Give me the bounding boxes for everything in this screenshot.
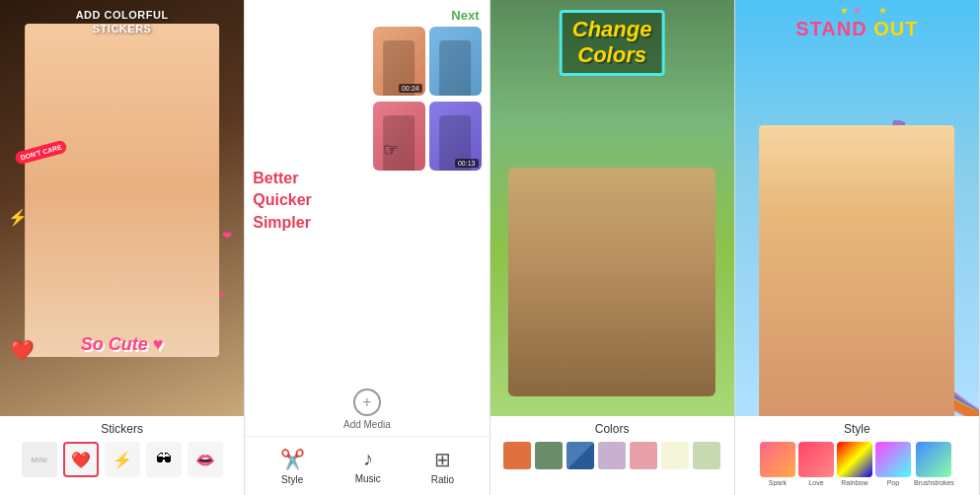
brushstrokes-label: Brushstrokes	[914, 479, 954, 486]
stars-row: ★ ★ ★ ★ ★	[735, 5, 979, 16]
love-label: Love	[808, 479, 823, 486]
edit-right-col: 00:24 ☞ 00:13	[373, 27, 482, 383]
style-tab-label: Style	[739, 422, 975, 436]
edit-thumb-1[interactable]: 00:24	[373, 27, 425, 96]
color-swatch-0[interactable]	[503, 442, 531, 469]
colors-tab-label: Colors	[494, 422, 730, 436]
color-swatch-1[interactable]	[535, 442, 563, 469]
heart-sticker-sm: ❤	[222, 229, 232, 243]
stickers-bottom: Stickers MINI ❤️ ⚡ 🕶 👄	[0, 416, 244, 495]
toolbar-ratio[interactable]: ⊞ Ratio	[431, 448, 454, 485]
star-4: ★	[866, 5, 874, 16]
music-label: Music	[355, 473, 381, 484]
pop-label: Pop	[887, 479, 899, 486]
toolbar-music[interactable]: ♪ Music	[355, 448, 381, 484]
tagline-line-1: Better	[253, 168, 366, 189]
edit-thumb-3[interactable]: ☞	[373, 102, 425, 171]
edit-thumb-4[interactable]: 00:13	[429, 102, 482, 171]
sticker-lips-thumb[interactable]: 👄	[188, 442, 223, 477]
tagline-line-2: Quicker	[253, 189, 366, 211]
love-swatch-img	[798, 442, 834, 477]
edit-panel: Next Better Quicker Simpler 00:24	[245, 0, 490, 495]
style-swatch-pop[interactable]: Pop	[875, 442, 911, 486]
spark-swatch-img	[760, 442, 795, 477]
thumb-2-silhouette	[439, 40, 471, 96]
tagline-line-3: Simpler	[253, 212, 366, 234]
rainbow-label: Rainbow	[841, 479, 867, 486]
brushstrokes-swatch-img	[916, 442, 951, 477]
edit-tagline: Better Quicker Simpler	[253, 168, 366, 234]
stand-out-overlay: ★ ★ ★ ★ ★ STAND OUT	[735, 5, 979, 40]
star-1: ★	[827, 5, 836, 16]
rainbow-swatch-img	[837, 442, 872, 477]
style-title: STAND OUT	[735, 18, 979, 40]
cursor-icon: ☞	[383, 139, 399, 161]
add-media-label: Add Media	[343, 419, 391, 430]
colors-bottom: Colors	[490, 416, 734, 495]
colors-swatches-row	[494, 442, 730, 469]
so-cute-sticker: So Cute ♥	[81, 334, 164, 355]
thumb-4-duration: 00:13	[455, 159, 479, 168]
color-swatch-4[interactable]	[630, 442, 657, 469]
stickers-screen: ADD COLORFUL STICKERS DON'T CARE ⚡ ❤️ ❤ …	[0, 0, 244, 416]
sticker-sunglasses-thumb[interactable]: 🕶	[146, 442, 182, 477]
pop-swatch-img	[875, 442, 911, 477]
star-3: ★	[853, 5, 862, 16]
colors-dog-photo	[508, 168, 716, 396]
next-button[interactable]: Next	[451, 8, 479, 23]
heart-sticker-sm2: ❤	[219, 291, 226, 300]
thumb-1-duration: 00:24	[399, 84, 422, 93]
stickers-tab-label: Stickers	[4, 422, 240, 436]
lightning-sticker: ⚡	[8, 208, 28, 227]
out-word: OUT	[873, 18, 918, 39]
ratio-icon: ⊞	[434, 448, 451, 471]
style-screen: ★ ★ ★ ★ ★ STAND OUT	[735, 0, 979, 416]
sticker-lightning-thumb[interactable]: ⚡	[105, 442, 140, 477]
add-media-icon: +	[353, 389, 381, 416]
style-swatch-brushstrokes[interactable]: Brushstrokes	[914, 442, 954, 486]
heart-sticker-big: ❤️	[10, 338, 35, 362]
stickers-row: MINI ❤️ ⚡ 🕶 👄	[4, 442, 240, 477]
style-bottom: Style Spark Love Rainbow Pop Brushstroke…	[735, 416, 979, 495]
colors-screen: Change Colors	[490, 0, 734, 416]
stickers-title: ADD COLORFUL STICKERS	[0, 8, 244, 36]
color-swatch-2[interactable]	[566, 442, 594, 469]
style-swatch-love[interactable]: Love	[798, 442, 834, 486]
style-icon: ✂️	[280, 448, 305, 471]
music-icon: ♪	[363, 448, 373, 470]
style-person-photo	[759, 125, 954, 416]
star-2: ★	[840, 5, 849, 16]
edit-left-col: Better Quicker Simpler	[253, 27, 366, 383]
toolbar-style[interactable]: ✂️ Style	[280, 448, 305, 485]
stickers-person-photo	[25, 24, 220, 357]
spark-label: Spark	[769, 479, 787, 486]
color-swatch-5[interactable]	[661, 442, 689, 469]
ratio-label: Ratio	[431, 474, 454, 485]
sticker-mini-label: MINI	[22, 442, 57, 477]
edit-thumb-2[interactable]	[429, 27, 482, 96]
edit-toolbar: ✂️ Style ♪ Music ⊞ Ratio	[245, 436, 489, 495]
edit-content: Better Quicker Simpler 00:24 ☞	[245, 27, 489, 383]
edit-thumb-row-top: 00:24	[373, 27, 482, 96]
style-swatches-row: Spark Love Rainbow Pop Brushstrokes	[739, 442, 975, 486]
color-swatch-3[interactable]	[598, 442, 626, 469]
style-label: Style	[281, 474, 303, 485]
star-5: ★	[878, 5, 887, 16]
style-swatch-rainbow[interactable]: Rainbow	[837, 442, 872, 486]
edit-thumb-row-bottom: ☞ 00:13	[373, 102, 482, 171]
style-swatch-spark[interactable]: Spark	[760, 442, 795, 486]
colors-overlay-box: Change Colors	[560, 10, 665, 76]
stickers-panel: ADD COLORFUL STICKERS DON'T CARE ⚡ ❤️ ❤ …	[0, 0, 245, 495]
add-media-area[interactable]: + Add Media	[245, 383, 489, 436]
edit-header: Next	[245, 0, 489, 27]
colors-panel: Change Colors Colors	[490, 0, 735, 495]
style-panel: ★ ★ ★ ★ ★ STAND OUT Style Spark Love	[735, 0, 980, 495]
sticker-heart-thumb[interactable]: ❤️	[63, 442, 99, 477]
colors-title: Change Colors	[572, 17, 652, 69]
color-swatch-6[interactable]	[693, 442, 720, 469]
stand-word: STAND	[795, 18, 867, 39]
